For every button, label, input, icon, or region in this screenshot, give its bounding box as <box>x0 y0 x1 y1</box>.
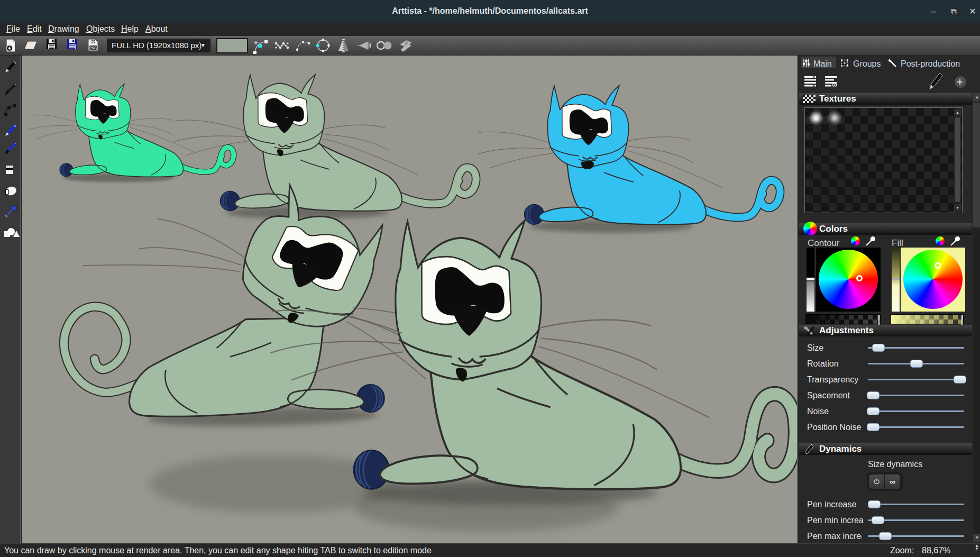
svg-text:PNG: PNG <box>89 46 97 50</box>
